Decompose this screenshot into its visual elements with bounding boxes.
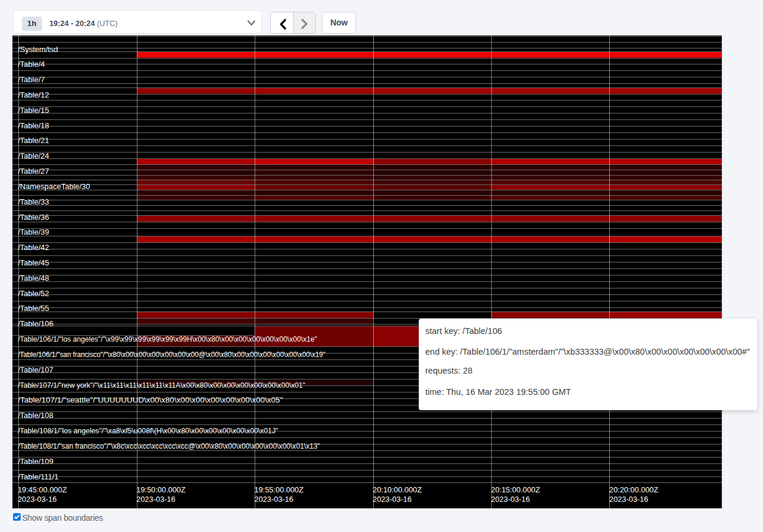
svg-text:/Table/4: /Table/4 [18,60,45,69]
svg-text:/NamespaceTable/30: /NamespaceTable/30 [18,182,90,191]
svg-text:/Table/108/1/"san francisco"/": /Table/108/1/"san francisco"/"\x8c\xcc\x… [18,442,320,450]
svg-text:/Table/106: /Table/106 [18,319,53,328]
svg-text:19:45:00.000Z: 19:45:00.000Z [18,485,67,494]
svg-text:/Table/42: /Table/42 [18,243,49,252]
svg-text:/Table/52: /Table/52 [18,289,49,298]
svg-text:/Table/109: /Table/109 [18,457,53,466]
svg-text:19:55:00.000Z: 19:55:00.000Z [254,485,303,494]
svg-text:20:20:00.000Z: 20:20:00.000Z [609,485,658,494]
svg-text:/Table/45: /Table/45 [18,258,49,267]
svg-text:/Table/107: /Table/107 [18,365,53,374]
svg-text:2023-03-16: 2023-03-16 [373,495,412,504]
svg-text:/Table/39: /Table/39 [18,228,49,236]
svg-text:20:10:00.000Z: 20:10:00.000Z [373,485,422,494]
svg-text:/System/tsd: /System/tsd [18,45,58,54]
svg-text:/Table/7: /Table/7 [18,75,45,84]
svg-text:/Table/106/1/"san francisco"/": /Table/106/1/"san francisco"/"\x80\x00\x… [18,350,325,359]
svg-text:2023-03-16: 2023-03-16 [254,495,293,504]
svg-text:/Table/33: /Table/33 [18,197,49,206]
svg-text:/Table/108/1/"los angeles"/"\x: /Table/108/1/"los angeles"/"\xa8\xf5\u00… [18,426,278,435]
svg-text:/Table/48: /Table/48 [18,274,49,283]
svg-text:20:15:00.000Z: 20:15:00.000Z [491,485,540,494]
svg-text:/Table/12: /Table/12 [18,90,49,99]
svg-text:2023-03-16: 2023-03-16 [491,495,530,504]
svg-text:/Table/55: /Table/55 [18,304,49,313]
svg-text:/Table/24: /Table/24 [18,151,49,160]
svg-text:/Table/108: /Table/108 [18,411,53,420]
svg-text:2023-03-16: 2023-03-16 [609,495,648,504]
svg-text:/Table/106/1/"los angeles"/"\x: /Table/106/1/"los angeles"/"\x99\x99\x99… [18,335,317,343]
svg-text:2023-03-16: 2023-03-16 [137,495,176,504]
svg-text:/Table/27: /Table/27 [18,167,49,176]
svg-text:/Table/107/1/"seattle"/"UUUUUU: /Table/107/1/"seattle"/"UUUUUUUD\x00\x80… [18,395,283,404]
svg-text:/Table/111/1: /Table/111/1 [18,472,59,481]
svg-text:/Table/36: /Table/36 [18,213,49,222]
svg-text:2023-03-16: 2023-03-16 [18,495,57,504]
svg-text:19:50:00.000Z: 19:50:00.000Z [137,485,186,494]
svg-text:/Table/21: /Table/21 [18,136,49,145]
svg-text:/Table/15: /Table/15 [18,106,49,115]
svg-text:/Table/107/1/"new york"/"\x11\: /Table/107/1/"new york"/"\x11\x11\x11\x1… [18,381,305,390]
svg-text:/Table/18: /Table/18 [18,121,49,130]
